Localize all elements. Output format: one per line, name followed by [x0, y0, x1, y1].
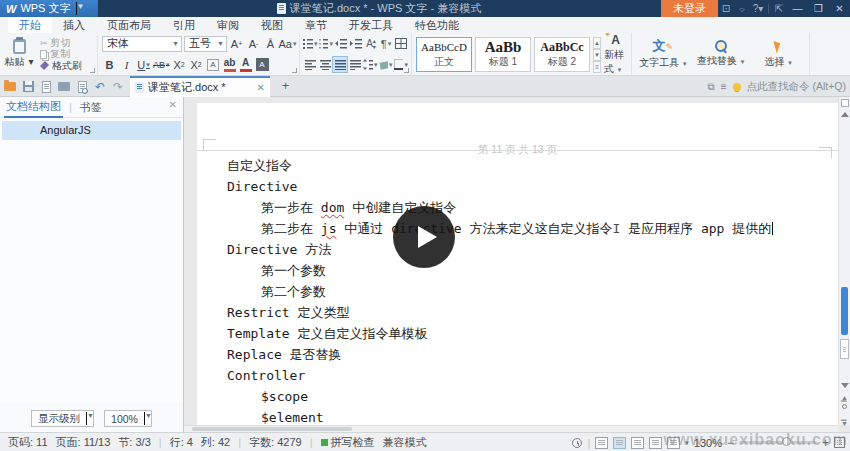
style-scroll-up-button[interactable]: ▲ [593, 37, 601, 49]
status-word-count[interactable]: 字数: 4279 [249, 435, 302, 450]
menu-tab-1[interactable]: 插入 [52, 17, 96, 33]
decrease-font-button[interactable]: A- [246, 36, 261, 51]
vertical-scrollbar[interactable]: ▲▔ ▁▼ [838, 97, 850, 425]
close-tab-icon[interactable]: ✕ [257, 82, 265, 93]
login-button[interactable]: 未登录 [661, 0, 718, 17]
strikethrough-button[interactable]: AB▾ [153, 57, 170, 72]
page-view-icon[interactable] [613, 437, 626, 449]
close-button[interactable]: ✕ [829, 0, 850, 17]
print-button[interactable] [57, 80, 71, 94]
show-paragraph-marks-button[interactable]: ¶▾ [379, 36, 393, 51]
justify-button[interactable] [333, 57, 347, 72]
menu-tab-5[interactable]: 视图 [250, 17, 294, 33]
increase-font-button[interactable]: A+ [229, 36, 244, 51]
zoom-slider[interactable] [739, 441, 817, 444]
zoom-out-button[interactable]: − [727, 437, 734, 449]
maximize-button[interactable]: ❒ [808, 0, 829, 17]
superscript-button[interactable]: X2 [172, 57, 187, 72]
scroll-up-arrow[interactable] [841, 112, 849, 117]
menu-tab-3[interactable]: 引用 [162, 17, 206, 33]
distribute-button[interactable] [348, 57, 362, 72]
menu-tab-2[interactable]: 页面布局 [96, 17, 162, 33]
horizontal-scrollbar[interactable] [184, 425, 838, 432]
find-replace-button[interactable]: 查找替换 ▾ [692, 36, 750, 72]
sidebar-zoom-dropdown[interactable]: 100%▼ [104, 410, 152, 427]
next-page-button[interactable]: ▁▼ [841, 413, 848, 427]
italic-button[interactable]: I [119, 57, 134, 72]
style-card-1[interactable]: AaBb标题 1 [475, 37, 531, 72]
character-shading-button[interactable]: A [255, 57, 270, 72]
close-sidebar-icon[interactable]: ✕ [169, 99, 177, 110]
line-spacing-button[interactable]: ▾ [363, 57, 378, 72]
help-icon[interactable]: ?▾ [750, 0, 766, 17]
print-preview-button[interactable] [75, 80, 89, 94]
numbered-list-button[interactable]: ▾ [319, 36, 334, 51]
document-text[interactable]: 自定义指令Directive第一步在 dom 中创建自定义指令第二步在 js 中… [227, 155, 828, 425]
decrease-indent-button[interactable] [334, 36, 348, 51]
full-screen-view-icon[interactable] [595, 437, 608, 449]
document-tab[interactable]: 课堂笔记.docx * ✕ [130, 76, 270, 97]
change-case-button[interactable]: Aa▾ [280, 36, 295, 51]
bold-button[interactable]: B [102, 57, 117, 72]
text-tools-button[interactable]: 文✎ 文字工具 ▾ [634, 36, 692, 72]
phonetic-guide-button[interactable]: Â [263, 36, 278, 51]
horizontal-scrollbar-thumb[interactable] [192, 427, 352, 431]
spellcheck-status[interactable]: 拼写检查 [321, 435, 375, 450]
shading-button[interactable]: ▾ [379, 57, 393, 72]
zoom-slider-knob[interactable] [782, 437, 791, 446]
history-icon[interactable] [572, 438, 582, 448]
save-button[interactable] [21, 80, 35, 94]
subscript-button[interactable]: X2 [189, 57, 204, 72]
tab-bookmarks[interactable]: 书签 [78, 98, 104, 117]
switch-window-icon[interactable]: ⧉ [708, 81, 715, 93]
undo-button[interactable]: ↶ [93, 80, 107, 94]
align-center-button[interactable] [318, 57, 332, 72]
character-border-button[interactable]: A [206, 57, 221, 72]
fit-page-icon[interactable] [834, 437, 845, 448]
style-card-0[interactable]: AaBbCcD正文 [416, 37, 472, 72]
scrollbar-thumb[interactable] [840, 339, 849, 359]
new-tab-button[interactable]: + [278, 79, 293, 94]
redo-button[interactable]: ↷ [111, 80, 125, 94]
sort-button[interactable]: A▴▾ [364, 36, 378, 51]
font-name-combobox[interactable]: 宋体▼ [102, 36, 182, 52]
align-left-button[interactable] [303, 57, 317, 72]
screenshot-icon[interactable]: ⊡ [718, 0, 734, 17]
new-style-button[interactable]: A 新样式 ▾ [604, 33, 627, 76]
scroll-down-arrow[interactable] [841, 383, 849, 388]
tab-document-map[interactable]: 文档结构图 [4, 97, 63, 118]
bullet-list-button[interactable]: ▾ [303, 36, 318, 51]
style-gallery-expand-button[interactable]: ≡ [593, 61, 601, 73]
web-view-icon[interactable] [649, 437, 662, 449]
minimize-button[interactable]: — [787, 0, 808, 17]
video-play-button[interactable] [393, 206, 455, 268]
read-view-icon[interactable] [667, 437, 680, 449]
style-scroll-down-button[interactable]: ▼ [593, 49, 601, 61]
font-dialog-launcher[interactable] [292, 68, 297, 73]
paste-button[interactable]: 粘贴 ▾ [4, 36, 34, 72]
open-file-button[interactable] [3, 80, 17, 94]
highlight-color-button[interactable]: ab [223, 57, 237, 72]
view-options-caret[interactable]: ▾ [685, 439, 689, 447]
document-page[interactable]: 第 11 页 共 13 页 自定义指令Directive第一步在 dom 中创建… [197, 103, 838, 425]
increase-indent-button[interactable] [349, 36, 363, 51]
style-card-2[interactable]: AaBbCc标题 2 [534, 37, 590, 72]
font-size-combobox[interactable]: 五号▼ [184, 36, 227, 52]
paragraph-dialog-launcher[interactable] [404, 68, 409, 73]
format-painter-button[interactable]: 格式刷 [40, 60, 82, 71]
clipboard-dialog-launcher[interactable] [90, 68, 95, 73]
insert-table-icon[interactable] [394, 36, 408, 51]
export-pdf-button[interactable] [39, 80, 53, 94]
zoom-percent[interactable]: 130% [694, 437, 722, 449]
font-color-button[interactable]: A [239, 57, 253, 72]
underline-button[interactable]: U▾ [136, 57, 151, 72]
select-button[interactable]: 选择 ▾ [749, 36, 807, 72]
menu-tab-8[interactable]: 特色功能 [404, 17, 470, 33]
scroll-position-indicator[interactable] [841, 287, 848, 335]
app-menu-button[interactable]: W WPS 文字 ▼ [0, 0, 98, 17]
menu-tab-7[interactable]: 开发工具 [338, 17, 404, 33]
zoom-in-button[interactable]: + [822, 437, 829, 449]
menu-tab-4[interactable]: 审阅 [206, 17, 250, 33]
command-search-hint[interactable]: 点此查找命令 (Alt+Q) [747, 80, 846, 94]
outline-view-icon[interactable] [631, 437, 644, 449]
